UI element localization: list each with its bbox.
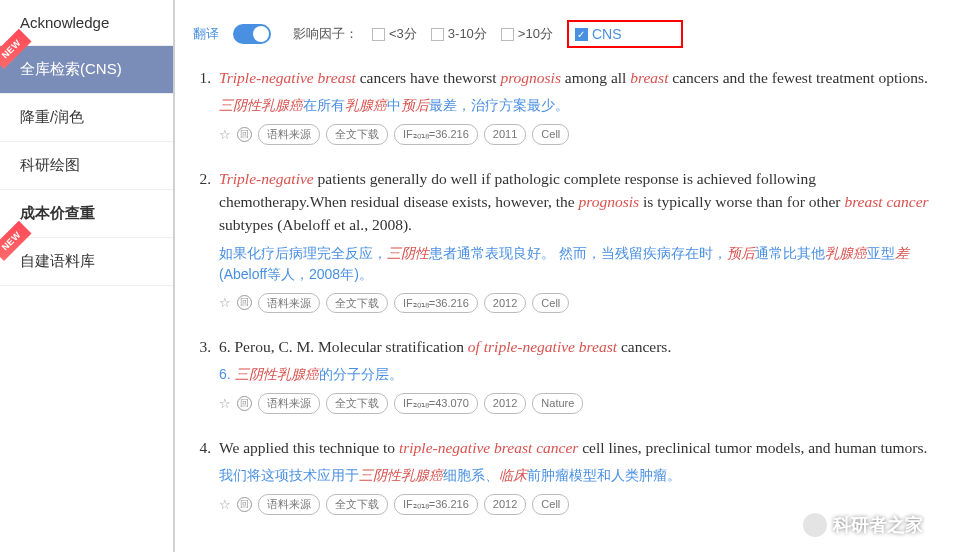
result-item: 4. We applied this technique to triple-n… [193,436,935,515]
filter-lt3[interactable]: <3分 [372,25,417,43]
tag-year[interactable]: 2012 [484,393,526,414]
copy-icon[interactable]: 回 [237,396,252,411]
translate-toggle[interactable] [233,24,271,44]
star-icon[interactable]: ☆ [219,495,231,515]
result-english: Triple-negative patients generally do we… [219,167,935,237]
result-english: We applied this technique to triple-nega… [219,436,935,459]
filter-cns-label[interactable]: CNS [592,26,622,42]
tag-download[interactable]: 全文下载 [326,494,388,515]
result-tags: ☆ 回 语料来源 全文下载 IF₂₀₁₈=36.216 2012 Cell [219,293,935,314]
checkbox-checked-icon[interactable]: ✓ [575,28,588,41]
result-chinese: 我们将这项技术应用于三阴性乳腺癌细胞系、临床前肿瘤模型和人类肿瘤。 [219,465,935,486]
result-number: 1. [193,66,219,145]
filter-cns-highlight: ✓ CNS [567,20,684,48]
filter-gt10[interactable]: >10分 [501,25,553,43]
impact-factor-label: 影响因子： [293,25,358,43]
sidebar-item-rewrite[interactable]: 降重/润色 [0,94,173,142]
tag-year[interactable]: 2012 [484,293,526,314]
tag-if[interactable]: IF₂₀₁₈=36.216 [394,293,478,314]
result-body: 6. Perou, C. M. Molecular stratification… [219,335,935,414]
result-english: Triple-negative breast cancers have thew… [219,66,935,89]
result-number: 2. [193,167,219,313]
result-tags: ☆ 回 语料来源 全文下载 IF₂₀₁₈=36.216 2012 Cell [219,494,935,515]
checkbox-icon [431,28,444,41]
result-number: 4. [193,436,219,515]
tag-if[interactable]: IF₂₀₁₈=43.070 [394,393,478,414]
tag-year[interactable]: 2012 [484,494,526,515]
star-icon[interactable]: ☆ [219,293,231,313]
tag-if[interactable]: IF₂₀₁₈=36.216 [394,124,478,145]
tag-download[interactable]: 全文下载 [326,293,388,314]
result-item: 2. Triple-negative patients generally do… [193,167,935,313]
filter-bar: 翻译 影响因子： <3分 3-10分 >10分 ✓ CNS [193,10,935,66]
tag-journal[interactable]: Cell [532,124,569,145]
checkbox-icon [372,28,385,41]
result-item: 3. 6. Perou, C. M. Molecular stratificat… [193,335,935,414]
tag-download[interactable]: 全文下载 [326,393,388,414]
star-icon[interactable]: ☆ [219,125,231,145]
result-tags: ☆ 回 语料来源 全文下载 IF₂₀₁₈=43.070 2012 Nature [219,393,935,414]
tag-source[interactable]: 语料来源 [258,494,320,515]
copy-icon[interactable]: 回 [237,127,252,142]
tag-if[interactable]: IF₂₀₁₈=36.216 [394,494,478,515]
tag-source[interactable]: 语料来源 [258,393,320,414]
result-tags: ☆ 回 语料来源 全文下载 IF₂₀₁₈=36.216 2011 Cell [219,124,935,145]
main-content: 翻译 影响因子： <3分 3-10分 >10分 ✓ CNS 1. Triple-… [175,0,953,552]
result-chinese: 如果化疗后病理完全反应，三阴性患者通常表现良好。 然而，当残留疾病存在时，预后通… [219,243,935,285]
star-icon[interactable]: ☆ [219,394,231,414]
result-chinese: 6. 三阴性乳腺癌的分子分层。 [219,364,935,385]
result-item: 1. Triple-negative breast cancers have t… [193,66,935,145]
filter-3-10[interactable]: 3-10分 [431,25,487,43]
tag-download[interactable]: 全文下载 [326,124,388,145]
result-body: Triple-negative patients generally do we… [219,167,935,313]
tag-source[interactable]: 语料来源 [258,293,320,314]
result-body: We applied this technique to triple-nega… [219,436,935,515]
checkbox-icon [501,28,514,41]
sidebar-item-corpus[interactable]: NEW 自建语料库 [0,238,173,286]
tag-journal[interactable]: Cell [532,293,569,314]
tag-journal[interactable]: Cell [532,494,569,515]
sidebar: Acknowledge NEW 全库检索(CNS) 降重/润色 科研绘图 成本价… [0,0,175,552]
result-number: 3. [193,335,219,414]
tag-source[interactable]: 语料来源 [258,124,320,145]
result-body: Triple-negative breast cancers have thew… [219,66,935,145]
tag-journal[interactable]: Nature [532,393,583,414]
tag-year[interactable]: 2011 [484,124,526,145]
copy-icon[interactable]: 回 [237,295,252,310]
result-english: 6. Perou, C. M. Molecular stratification… [219,335,935,358]
results-list: 1. Triple-negative breast cancers have t… [193,66,935,515]
copy-icon[interactable]: 回 [237,497,252,512]
wechat-icon [803,513,827,537]
result-chinese: 三阴性乳腺癌在所有乳腺癌中预后最差，治疗方案最少。 [219,95,935,116]
sidebar-item-drawing[interactable]: 科研绘图 [0,142,173,190]
translate-label: 翻译 [193,25,219,43]
sidebar-item-cns[interactable]: NEW 全库检索(CNS) [0,46,173,94]
watermark: 科研者之家 [803,513,923,537]
